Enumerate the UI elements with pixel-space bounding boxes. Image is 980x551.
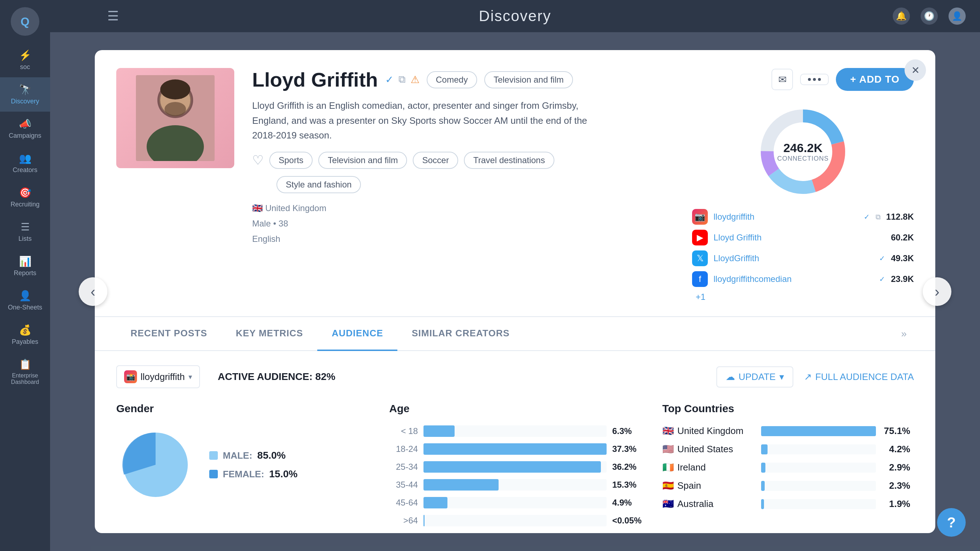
sidebar-item-campaigns[interactable]: 📣 Campaigns xyxy=(0,111,50,146)
sidebar-item-reports[interactable]: 📊 Reports xyxy=(0,249,50,283)
legend-male: MALE: 85.0% xyxy=(209,450,298,461)
add-to-button[interactable]: + ADD TO xyxy=(836,68,914,91)
favorite-icon[interactable]: ♡ xyxy=(252,153,264,168)
topbar-icons: 🔔 🕐 👤 xyxy=(893,8,966,25)
warning-icon: ⚠ xyxy=(410,74,420,86)
ig-mini-icon: 📸 xyxy=(124,370,137,383)
creator-topics-row: ♡ Sports Television and film Soccer Trav… xyxy=(252,152,674,169)
country-bar-spain xyxy=(761,481,876,491)
country-name-ireland: 🇮🇪 Ireland xyxy=(662,462,756,473)
twitter-icon: 𝕏 xyxy=(692,250,708,266)
fb-handle[interactable]: lloydgriffithcomedian xyxy=(714,274,873,284)
us-flag: 🇺🇸 xyxy=(662,444,674,455)
country-bar-fill xyxy=(761,444,768,454)
next-creator-button[interactable]: › xyxy=(923,277,951,306)
fb-count: 23.9K xyxy=(891,274,914,284)
tw-verified-icon: ✓ xyxy=(879,254,885,263)
flag-icon: 🇬🇧 xyxy=(252,203,263,213)
ig-handle[interactable]: lloydgriffith xyxy=(714,212,858,222)
app-logo[interactable]: Q xyxy=(11,7,39,36)
tw-handle[interactable]: LloydGriffith xyxy=(714,253,873,263)
tab-content-audience: 📸 lloydgriffith ▾ ACTIVE AUDIENCE: 82% ☁… xyxy=(95,351,935,533)
social-list: 📷 lloydgriffith ✓ ⧉ 112.8K ▶ Lloyd Griff… xyxy=(692,209,914,302)
topic-sports[interactable]: Sports xyxy=(269,152,313,169)
countries-title: Top Countries xyxy=(662,403,914,415)
topic-fashion[interactable]: Style and fashion xyxy=(277,176,361,193)
social-facebook: f lloydgriffithcomedian ✓ 23.9K xyxy=(692,271,914,287)
connections-label: CONNECTIONS xyxy=(777,155,829,162)
copy-icon[interactable]: ⧉ xyxy=(398,74,406,86)
sidebar-item-onesheets[interactable]: 👤 One-Sheets xyxy=(0,283,50,318)
creator-bio: Lloyd Griffith is an English comedian, a… xyxy=(252,99,610,143)
close-button[interactable]: ✕ xyxy=(905,59,926,81)
tw-count: 49.3K xyxy=(891,253,914,263)
user-avatar[interactable]: 👤 xyxy=(948,8,966,25)
social-youtube: ▶ Lloyd Griffith 60.2K xyxy=(692,230,914,245)
connections-donut: 246.2K CONNECTIONS xyxy=(753,102,853,202)
header-actions: ✉ + ADD TO xyxy=(772,68,914,91)
sidebar-item-discovery[interactable]: 🔭 Discovery xyxy=(0,77,50,111)
youtube-icon: ▶ xyxy=(692,230,708,245)
country-rows: 🇬🇧 United Kingdom 75.1% 🇺🇸 xyxy=(662,425,910,510)
previous-creator-button[interactable]: ‹ xyxy=(79,277,107,306)
update-button[interactable]: ☁ UPDATE ▾ xyxy=(716,366,793,387)
tab-recent-posts[interactable]: RECENT POSTS xyxy=(116,317,221,351)
svg-point-5 xyxy=(164,102,186,116)
audience-toolbar: 📸 lloydgriffith ▾ ACTIVE AUDIENCE: 82% ☁… xyxy=(116,365,914,388)
dropdown-chevron-icon: ▾ xyxy=(188,373,192,381)
clock-icon[interactable]: 🕐 xyxy=(921,8,938,25)
tab-audience[interactable]: AUDIENCE xyxy=(317,317,398,351)
ig-count: 112.8K xyxy=(886,212,914,222)
age-bar-over64 xyxy=(423,515,606,526)
topic-soccer[interactable]: Soccer xyxy=(413,152,458,169)
sidebar-item-creators[interactable]: 👥 Creators xyxy=(0,146,50,180)
sidebar-item-enterprise[interactable]: 📋 Enterprise Dashboard xyxy=(0,352,50,392)
country-bar-fill xyxy=(761,426,876,436)
page-title: Discovery xyxy=(479,8,551,25)
country-name-australia: 🇦🇺 Australia xyxy=(662,498,756,510)
country-bar-australia xyxy=(761,499,876,509)
age-bar-35-44 xyxy=(423,479,606,490)
notifications-icon[interactable]: 🔔 xyxy=(893,8,910,25)
topbar-hamburger[interactable]: ☰ xyxy=(107,9,119,24)
creator-info: Lloyd Griffith ✓ ⧉ ⚠ Comedy Television a… xyxy=(252,68,674,302)
sidebar-item-recruiting[interactable]: 🎯 Recruiting xyxy=(0,180,50,215)
ig-copy-icon[interactable]: ⧉ xyxy=(875,213,881,221)
account-selector[interactable]: 📸 lloydgriffith ▾ xyxy=(116,365,200,388)
svg-point-6 xyxy=(160,80,190,99)
modal-tabs: RECENT POSTS KEY METRICS AUDIENCE SIMILA… xyxy=(95,317,935,351)
age-bar-fill xyxy=(423,497,447,508)
social-instagram: 📷 lloydgriffith ✓ ⧉ 112.8K xyxy=(692,209,914,225)
tag-comedy[interactable]: Comedy xyxy=(427,71,477,88)
country-ireland: 🇮🇪 Ireland 2.9% xyxy=(662,462,910,473)
topbar: ☰ Discovery 🔔 🕐 👤 xyxy=(50,0,980,32)
sidebar-item-payables[interactable]: 💰 Payables xyxy=(0,318,50,352)
gender-title: Gender xyxy=(116,403,368,415)
creator-right-panel: ✉ + ADD TO xyxy=(692,68,914,302)
tab-similar-creators[interactable]: SIMILAR CREATORS xyxy=(398,317,524,351)
mail-button[interactable]: ✉ xyxy=(772,69,793,90)
modal-overlay[interactable]: ‹ › ✕ xyxy=(50,32,980,551)
plus-more[interactable]: +1 xyxy=(696,292,914,302)
sidebar-item-lists[interactable]: ☰ Lists xyxy=(0,215,50,249)
external-link-icon: ↗ xyxy=(804,371,812,382)
legend-female: FEMALE: 15.0% xyxy=(209,468,298,480)
age-bar-fill xyxy=(423,443,606,455)
full-audience-data-button[interactable]: ↗ FULL AUDIENCE DATA xyxy=(804,371,914,382)
connections-value: 246.2K xyxy=(777,141,829,155)
tabs-chevron[interactable]: » xyxy=(894,321,914,347)
help-button[interactable]: ? xyxy=(937,508,966,537)
sidebar-item-soc[interactable]: ⚡ soc xyxy=(0,43,50,77)
tag-television[interactable]: Television and film xyxy=(484,71,573,88)
dot2 xyxy=(813,78,816,81)
topic-tv[interactable]: Television and film xyxy=(318,152,407,169)
topic-travel[interactable]: Travel destinations xyxy=(464,152,554,169)
age-bar-fill xyxy=(423,479,499,490)
creator-meta: 🇬🇧 United Kingdom Male • 38 English xyxy=(252,201,674,247)
more-options-button[interactable] xyxy=(800,74,829,85)
tab-key-metrics[interactable]: KEY METRICS xyxy=(221,317,317,351)
female-swatch xyxy=(209,470,218,478)
yt-handle[interactable]: Lloyd Griffith xyxy=(714,233,885,242)
sidebar: Q ⚡ soc 🔭 Discovery 📣 Campaigns 👥 Creato… xyxy=(0,0,50,551)
age-35-44: 35-44 15.3% xyxy=(389,479,641,490)
